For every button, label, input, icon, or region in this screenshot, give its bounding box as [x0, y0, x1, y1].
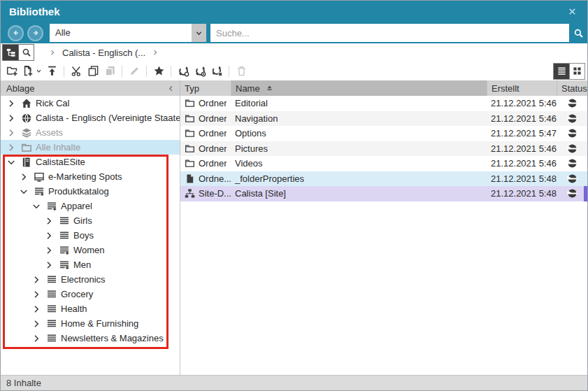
thumbnail-view-button[interactable] [569, 64, 585, 79]
star-icon [153, 65, 165, 77]
tree-item-women[interactable]: Women [1, 243, 180, 257]
trash-icon [236, 65, 248, 77]
chevron-right-icon[interactable] [31, 304, 42, 315]
chevron-right-icon[interactable] [6, 127, 17, 138]
cell-typ: Ordner [180, 128, 231, 138]
column-header-typ[interactable]: Typ [180, 80, 231, 96]
table-row[interactable]: OrdnerVideos21.12.2021 5:46 [180, 156, 587, 171]
toolbar-separator [122, 66, 122, 77]
chevron-right-icon[interactable] [31, 333, 42, 344]
table-row[interactable]: OrdnerEditorial21.12.2021 5:46 [180, 96, 587, 111]
tree-item-grocery[interactable]: Grocery [1, 287, 180, 301]
approve-publish-button[interactable] [192, 64, 208, 79]
toolbar-separator [229, 66, 229, 77]
tree-item-calistaesite[interactable]: CalistaESite [1, 155, 180, 169]
tree-mode-button[interactable] [3, 45, 18, 60]
cell-erstellt: 21.12.2021 5:46 [487, 158, 557, 169]
chevron-right-icon[interactable] [31, 274, 42, 285]
close-button[interactable] [565, 5, 579, 19]
chevron-right-icon[interactable] [43, 230, 55, 241]
doc-plus-icon [22, 65, 34, 77]
type-label: Ordner [199, 113, 227, 124]
publish-icon [178, 65, 189, 77]
status-pub-icon [567, 98, 578, 108]
chevron-right-icon[interactable] [151, 48, 159, 57]
navigation-bar: Alle [1, 22, 587, 43]
column-header-erstellt[interactable]: Erstellt [487, 80, 557, 96]
upload-button[interactable] [43, 64, 60, 79]
type-label: Ordner [199, 158, 227, 169]
table-row[interactable]: Ordne..._folderProperties21.12.2021 5:48 [180, 171, 587, 187]
chevron-right-icon[interactable] [18, 171, 29, 183]
tree-item-health[interactable]: Health [1, 301, 180, 316]
column-header-status[interactable]: Status [557, 80, 587, 96]
list-view-button[interactable] [554, 64, 569, 79]
view-mode-toggle [2, 44, 34, 61]
chevron-down-icon[interactable] [31, 201, 42, 212]
tree-item-men[interactable]: Men [1, 257, 180, 272]
tree-item-rick-cal[interactable]: Rick Cal [1, 96, 180, 111]
table-row[interactable]: Site-D...Calista [Site]21.12.2021 5:48 [180, 186, 587, 201]
table-row[interactable]: OrdnerPictures21.12.2021 5:46 [180, 141, 587, 157]
chevron-right-icon[interactable] [6, 98, 17, 109]
panel-headers: Ablage Typ Name Erstellt Status [1, 80, 587, 96]
search-submit[interactable] [569, 28, 587, 38]
docfill-icon [185, 173, 195, 184]
tree-item-newsletters-magazines[interactable]: Newsletters & Magazines [1, 331, 180, 346]
filter-dropdown-arrow[interactable] [192, 24, 206, 42]
tree-item-assets[interactable]: Assets [1, 125, 180, 140]
cell-status [557, 98, 587, 108]
tree-item-label: CalistaESite [36, 157, 85, 167]
chevron-right-icon[interactable] [31, 318, 42, 329]
cell-erstellt: 21.12.2021 5:46 [487, 113, 557, 124]
chevron-right-icon[interactable] [31, 289, 42, 300]
chevron-right-icon[interactable] [43, 215, 55, 227]
forward-button[interactable] [27, 25, 43, 41]
chevron-right-icon[interactable] [6, 113, 17, 124]
edit-button [126, 64, 143, 79]
tree-view-icon [6, 48, 16, 58]
new-folder-button[interactable] [3, 64, 20, 79]
tree-item-produktkatalog[interactable]: Produktkatalog [1, 184, 180, 199]
cell-name: Editorial [231, 98, 487, 108]
cell-name: Calista [Site] [231, 188, 487, 199]
list-star-icon [59, 245, 70, 256]
breadcrumb-item[interactable]: Calista - Englisch (... [62, 48, 145, 58]
tree-item-home-furnishing[interactable]: Home & Furnishing [1, 316, 180, 331]
table-row[interactable]: OrdnerNavigation21.12.2021 5:46 [180, 111, 587, 127]
tree-item-electronics[interactable]: Electronics [1, 272, 180, 287]
status-pub-icon [567, 158, 578, 169]
withdraw-button[interactable] [208, 64, 225, 79]
tree-item-label: Apparel [61, 201, 92, 211]
cut-button[interactable] [68, 64, 85, 79]
chevron-down-icon[interactable] [6, 157, 17, 168]
bookmark-button[interactable] [150, 64, 167, 79]
filter-dropdown[interactable]: Alle [50, 24, 206, 42]
toolbar-separator [64, 66, 64, 77]
chevron-right-icon[interactable] [43, 260, 55, 271]
type-label: Site-D... [199, 188, 231, 199]
cell-typ: Site-D... [180, 188, 231, 199]
cell-name: _folderProperties [231, 173, 487, 184]
tree-item-boys[interactable]: Boys [1, 228, 180, 243]
search-input[interactable] [210, 24, 569, 42]
back-arrow-icon [11, 28, 21, 38]
chevron-right-icon[interactable] [43, 245, 55, 256]
search-mode-button[interactable] [18, 45, 34, 60]
collapse-panel-button[interactable] [166, 84, 175, 93]
publish-button[interactable] [175, 64, 192, 79]
column-header-name[interactable]: Name [231, 80, 487, 96]
tree-item-calista-englisch-vereinigte-staaten[interactable]: Calista - Englisch (Vereinigte Staaten) [1, 111, 180, 125]
new-content-button[interactable] [20, 64, 43, 79]
tree-item-alle-inhalte[interactable]: Alle Inhalte [1, 140, 180, 155]
chevron-down-icon[interactable] [18, 186, 29, 197]
tree-item-label: Rick Cal [36, 98, 69, 108]
copy-button[interactable] [85, 64, 101, 79]
table-row[interactable]: OrdnerOptions21.12.2021 5:47 [180, 126, 587, 141]
chevron-right-icon[interactable] [6, 142, 17, 153]
tree-item-apparel[interactable]: Apparel [1, 199, 180, 213]
tree-item-girls[interactable]: Girls [1, 213, 180, 228]
back-button[interactable] [8, 25, 24, 41]
layers-icon [21, 127, 32, 138]
tree-item-e-marketing-spots[interactable]: e-Marketing Spots [1, 169, 180, 184]
